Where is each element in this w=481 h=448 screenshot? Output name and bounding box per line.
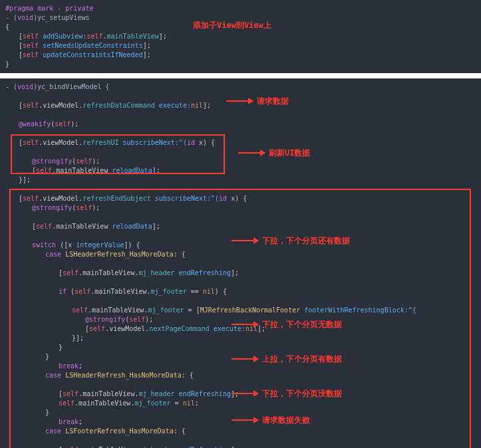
code-block-setup-views: #pragma mark - private - (void)yc_setupV… [0, 0, 481, 73]
annotation-footer-no-more: 下拉，下个分页没数据 [232, 388, 342, 399]
annotation-has-more: 下拉，下个分页还有数据 [232, 235, 350, 247]
pragma-line: #pragma mark - private [5, 5, 93, 12]
annotation-refresh-ui: 刷新UI数据 [238, 148, 310, 159]
annotation-add-subview: 添加子View到View上 [193, 20, 271, 31]
arrow-icon [232, 419, 258, 421]
arrow-icon [232, 240, 258, 241]
arrow-icon [232, 393, 258, 394]
arrow-icon [226, 100, 253, 102]
code-block-bind-viewmodel: - (void)yc_bindViewModel { [self.viewMod… [0, 78, 481, 448]
annotation-no-more: 下拉，下个分页无数据 [232, 319, 342, 330]
arrow-icon [232, 358, 258, 360]
annotation-error: 请求数据失败 [232, 415, 310, 426]
arrow-icon [238, 152, 265, 154]
arrow-icon [232, 324, 258, 325]
annotation-footer-has-more: 上拉，下个分页有数据 [232, 354, 342, 365]
annotation-request-data: 请求数据 [226, 96, 289, 107]
